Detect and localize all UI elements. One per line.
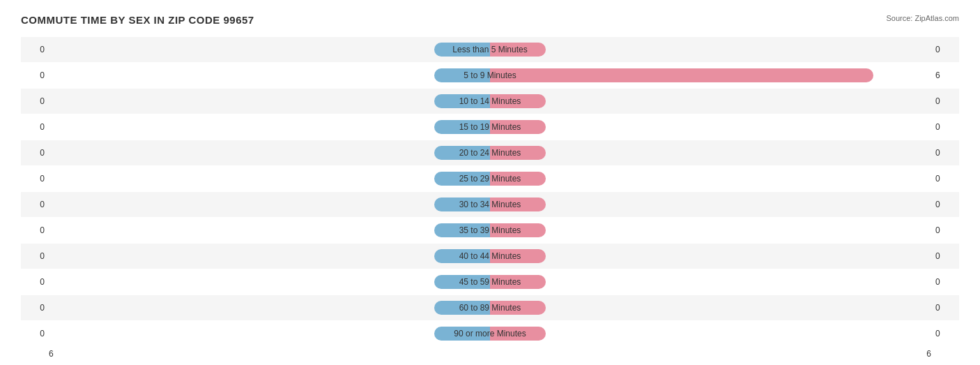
bar-section: 15 to 19 Minutes xyxy=(49,114,931,140)
bar-section: 20 to 24 Minutes xyxy=(49,140,931,165)
female-value: 0 xyxy=(931,251,959,261)
male-value: 0 xyxy=(21,200,49,209)
chart-row: 040 to 44 Minutes0 xyxy=(21,244,959,269)
bars-container: 5 to 9 Minutes xyxy=(49,66,931,84)
female-bar xyxy=(490,301,546,315)
chart-row: 025 to 29 Minutes0 xyxy=(21,166,959,191)
bar-section: Less than 5 Minutes xyxy=(49,37,931,62)
bar-section: 10 to 14 Minutes xyxy=(49,89,931,114)
female-bar xyxy=(490,43,546,57)
chart-row: 090 or more Minutes0 xyxy=(21,321,959,346)
male-value: 0 xyxy=(21,225,49,235)
male-value: 0 xyxy=(21,174,49,184)
female-bar xyxy=(490,68,873,82)
female-bar xyxy=(490,172,546,186)
female-value: 6 xyxy=(931,70,959,80)
female-value: 0 xyxy=(931,174,959,184)
male-value: 0 xyxy=(21,251,49,261)
chart-area: 0Less than 5 Minutes005 to 9 Minutes6010… xyxy=(21,37,959,346)
bars-container: 30 to 34 Minutes xyxy=(49,195,931,214)
bar-section: 25 to 29 Minutes xyxy=(49,166,931,191)
bar-section: 35 to 39 Minutes xyxy=(49,218,931,243)
chart-row: 010 to 14 Minutes0 xyxy=(21,89,959,114)
source-label: Source: ZipAtlas.com xyxy=(886,14,959,22)
bars-container: 60 to 89 Minutes xyxy=(49,299,931,317)
bottom-right-value: 6 xyxy=(926,349,931,359)
female-bar xyxy=(490,249,546,263)
male-value: 0 xyxy=(21,45,49,54)
bars-container: 20 to 24 Minutes xyxy=(49,144,931,162)
male-value: 0 xyxy=(21,148,49,158)
female-value: 0 xyxy=(931,122,959,132)
bar-section: 45 to 59 Minutes xyxy=(49,269,931,295)
bar-section: 30 to 34 Minutes xyxy=(49,192,931,217)
male-bar xyxy=(434,198,490,211)
male-bar xyxy=(434,43,490,57)
male-bar xyxy=(434,275,490,289)
male-bar xyxy=(434,68,490,82)
chart-row: 020 to 24 Minutes0 xyxy=(21,140,959,165)
bottom-left-value: 6 xyxy=(49,349,54,359)
chart-row: 015 to 19 Minutes0 xyxy=(21,114,959,140)
bottom-labels: 6 6 xyxy=(21,349,959,359)
bars-container: 25 to 29 Minutes xyxy=(49,170,931,188)
bar-section: 60 to 89 Minutes xyxy=(49,295,931,320)
male-bar xyxy=(434,249,490,263)
female-bar xyxy=(490,327,546,341)
male-bar xyxy=(434,301,490,315)
male-bar xyxy=(434,146,490,160)
female-bar xyxy=(490,223,546,237)
female-value: 0 xyxy=(931,45,959,54)
female-value: 0 xyxy=(931,225,959,235)
male-bar xyxy=(434,172,490,186)
male-bar xyxy=(434,120,490,134)
chart-row: 0Less than 5 Minutes0 xyxy=(21,37,959,62)
female-bar xyxy=(490,275,546,289)
bars-container: 45 to 59 Minutes xyxy=(49,273,931,291)
bar-section: 5 to 9 Minutes xyxy=(49,63,931,88)
bar-section: 90 or more Minutes xyxy=(49,321,931,346)
chart-row: 045 to 59 Minutes0 xyxy=(21,269,959,295)
female-bar xyxy=(490,94,546,108)
bar-section: 40 to 44 Minutes xyxy=(49,244,931,269)
male-value: 0 xyxy=(21,329,49,338)
male-value: 0 xyxy=(21,122,49,132)
female-bar xyxy=(490,198,546,211)
female-bar xyxy=(490,146,546,160)
chart-row: 060 to 89 Minutes0 xyxy=(21,295,959,320)
male-bar xyxy=(434,327,490,341)
chart-row: 030 to 34 Minutes0 xyxy=(21,192,959,217)
female-value: 0 xyxy=(931,200,959,209)
female-value: 0 xyxy=(931,277,959,287)
male-bar xyxy=(434,223,490,237)
female-value: 0 xyxy=(931,303,959,313)
female-value: 0 xyxy=(931,96,959,106)
chart-row: 035 to 39 Minutes0 xyxy=(21,218,959,243)
bars-container: Less than 5 Minutes xyxy=(49,40,931,59)
male-value: 0 xyxy=(21,96,49,106)
male-value: 0 xyxy=(21,277,49,287)
chart-title: COMMUTE TIME BY SEX IN ZIP CODE 99657 xyxy=(21,14,959,26)
female-value: 0 xyxy=(931,148,959,158)
male-value: 0 xyxy=(21,303,49,313)
female-value: 0 xyxy=(931,329,959,338)
bars-container: 15 to 19 Minutes xyxy=(49,118,931,136)
female-bar xyxy=(490,120,546,134)
bars-container: 10 to 14 Minutes xyxy=(49,92,931,110)
chart-row: 05 to 9 Minutes6 xyxy=(21,63,959,88)
bars-container: 90 or more Minutes xyxy=(49,325,931,343)
bars-container: 40 to 44 Minutes xyxy=(49,247,931,265)
male-value: 0 xyxy=(21,70,49,80)
bars-container: 35 to 39 Minutes xyxy=(49,221,931,239)
male-bar xyxy=(434,94,490,108)
